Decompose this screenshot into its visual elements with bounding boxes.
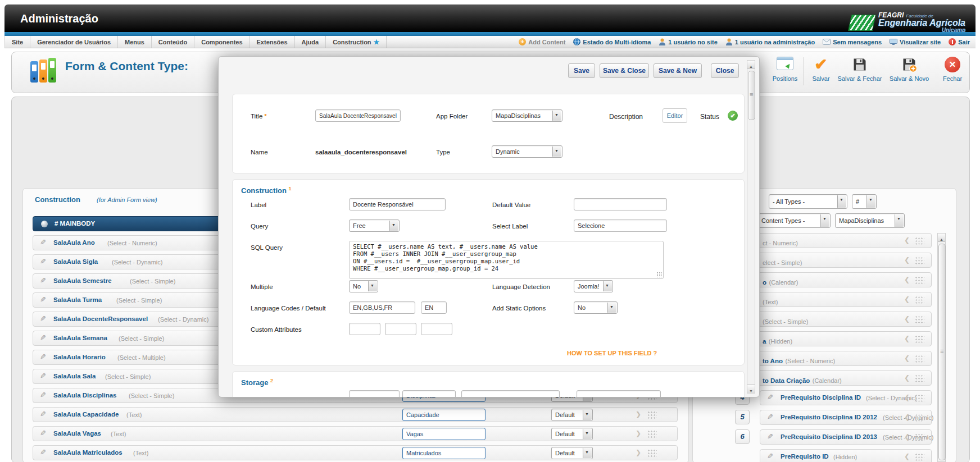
menu-construction[interactable]: Construction [326, 36, 387, 48]
storage-input-2[interactable] [402, 390, 456, 397]
fields-scrollbar[interactable] [937, 233, 946, 462]
query-select[interactable]: Free [349, 219, 400, 232]
chevron-left-icon[interactable] [904, 374, 910, 382]
modal-save-new-button[interactable]: Save & New [654, 63, 702, 78]
add-content-link[interactable]: Add Content [519, 38, 565, 45]
chevron-right-icon[interactable] [636, 449, 641, 456]
drag-handle[interactable] [915, 394, 924, 402]
chevron-left-icon[interactable] [904, 295, 910, 303]
chevron-left-icon[interactable] [904, 315, 910, 323]
menu-site[interactable]: Site [4, 36, 30, 48]
field-row[interactable]: PreRequisito Disciplina ID(Select - Dyna… [760, 390, 932, 405]
drag-handle[interactable] [647, 430, 657, 438]
scroll-up-icon[interactable] [938, 234, 945, 242]
app-title: Administração [20, 12, 98, 25]
drag-handle[interactable] [915, 257, 924, 264]
modal-close-button[interactable]: Close [711, 63, 739, 78]
content-type-select[interactable]: MapaDisciplinas [835, 213, 905, 228]
status-published-icon[interactable] [728, 111, 738, 121]
drag-handle[interactable] [915, 296, 924, 304]
drag-handle[interactable] [647, 411, 657, 419]
scrollbar-thumb[interactable] [748, 71, 755, 120]
drag-handle[interactable] [647, 449, 657, 457]
custom-attribute-input-3[interactable] [421, 323, 452, 335]
multiple-select[interactable]: No [349, 280, 378, 292]
drag-handle[interactable] [915, 433, 924, 441]
chevron-right-icon[interactable] [636, 410, 641, 418]
logout-link[interactable]: Sair [949, 38, 970, 45]
storage-input-4[interactable] [577, 390, 661, 397]
drag-handle[interactable] [915, 315, 924, 323]
messages-link[interactable]: Sem mensagens [823, 39, 882, 45]
scrollbar-thumb[interactable] [938, 244, 946, 460]
menu-extensoes[interactable]: Extensões [250, 36, 295, 48]
preview-site-link[interactable]: Visualizar site [890, 39, 941, 45]
drag-handle[interactable] [915, 453, 924, 461]
chevron-left-icon[interactable] [904, 256, 910, 264]
scroll-up-icon[interactable] [747, 61, 755, 69]
variation-select[interactable]: Default [551, 409, 593, 421]
field-row[interactable]: PreRequisito Disciplina ID 2012(Select -… [760, 410, 932, 425]
default-value-input[interactable] [574, 198, 667, 211]
field-row[interactable]: PreRequisito ID(Hidden) [760, 449, 932, 462]
field-row[interactable]: PreRequisito Disciplina ID 2013(Select -… [760, 429, 932, 445]
storage-input-3[interactable] [461, 390, 560, 397]
drag-handle[interactable] [915, 414, 924, 422]
drag-handle[interactable] [915, 237, 924, 245]
chevron-left-icon[interactable] [904, 413, 910, 421]
modal-scrollbar[interactable] [747, 60, 755, 394]
chevron-left-icon[interactable] [904, 335, 910, 342]
multilanguage-status-link[interactable]: Estado do Multi-idioma [573, 38, 651, 45]
variation-input[interactable] [402, 447, 486, 459]
language-default-input[interactable] [421, 301, 447, 314]
close-button[interactable]: Fechar [928, 57, 977, 82]
save-new-button[interactable]: Salvar & Novo [885, 57, 933, 82]
variation-input[interactable] [402, 428, 486, 440]
chevron-right-icon[interactable] [636, 429, 641, 437]
drag-handle[interactable] [915, 355, 924, 363]
order-filter[interactable]: # [852, 194, 877, 209]
variation-input[interactable] [402, 409, 486, 421]
variation-select[interactable]: Default [551, 428, 593, 440]
chevron-left-icon[interactable] [904, 394, 910, 401]
custom-attribute-input-1[interactable] [349, 323, 380, 335]
users-site-status[interactable]: 1 usuário no site [659, 38, 717, 45]
drag-handle[interactable] [915, 374, 924, 382]
storage-input-1[interactable] [349, 390, 400, 397]
description-editor-button[interactable]: Editor [663, 108, 687, 123]
all-types-filter[interactable]: - All Types - [769, 194, 847, 209]
menu-usuarios[interactable]: Gerenciador de Usuários [30, 36, 118, 48]
sql-query-textarea[interactable]: SELECT #__users.name AS text, #__users.n… [349, 241, 664, 279]
howto-link[interactable]: HOW TO SET UP THIS FIELD ? [567, 350, 657, 356]
chevron-left-icon[interactable] [904, 236, 910, 244]
app-folder-select[interactable]: MapaDisciplinas [492, 109, 562, 122]
chevron-left-icon[interactable] [904, 452, 910, 460]
field-row[interactable]: SalaAula Matriculados(Text) Default [33, 445, 678, 460]
save-close-button[interactable]: Salvar & Fechar [836, 57, 884, 82]
modal-save-button[interactable]: Save [568, 63, 595, 78]
chevron-left-icon[interactable] [904, 433, 910, 441]
drag-handle[interactable] [915, 276, 924, 284]
resize-grip-icon[interactable] [656, 272, 662, 277]
custom-attribute-input-2[interactable] [385, 323, 416, 335]
title-input[interactable] [315, 109, 401, 122]
menu-ajuda[interactable]: Ajuda [295, 36, 326, 48]
type-select[interactable]: Dynamic [492, 145, 562, 158]
drag-handle[interactable] [915, 335, 924, 343]
users-admin-status[interactable]: 1 usuário na administração [725, 38, 815, 45]
scroll-down-icon[interactable] [747, 385, 755, 393]
field-row[interactable]: SalaAula Capacidade(Text) Default [33, 407, 678, 422]
label-input[interactable] [349, 198, 446, 211]
language-detection-select[interactable]: Joomla! [574, 280, 613, 292]
chevron-left-icon[interactable] [904, 276, 910, 283]
modal-save-close-button[interactable]: Save & Close [600, 63, 649, 78]
menu-menus[interactable]: Menus [118, 36, 152, 48]
menu-componentes[interactable]: Componentes [194, 36, 249, 48]
variation-select[interactable]: Default [551, 447, 593, 459]
select-label-input[interactable] [574, 219, 667, 232]
add-static-options-select[interactable]: No [574, 301, 618, 314]
menu-conteudo[interactable]: Conteúdo [152, 36, 194, 48]
field-row[interactable]: SalaAula Vagas(Text) Default [33, 426, 678, 441]
language-codes-input[interactable] [349, 301, 415, 314]
chevron-left-icon[interactable] [904, 354, 910, 362]
